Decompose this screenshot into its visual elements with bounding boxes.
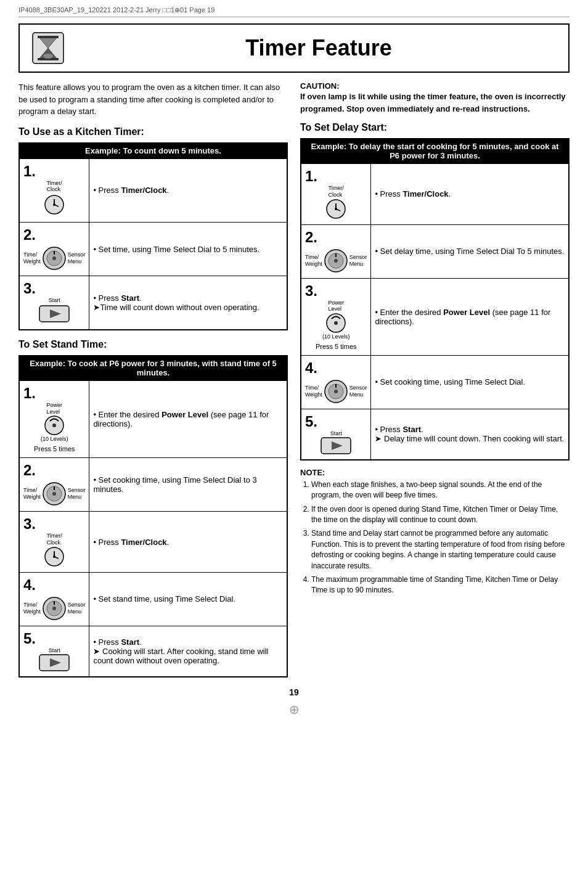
list-item: If the oven door is opened during Stand …: [311, 504, 570, 526]
step-1-icon-cell: 1. Timer/Clock: [20, 158, 89, 223]
start-button-icon: [39, 305, 70, 322]
step-2-icon-cell: 2. Time/Weight: [20, 223, 89, 276]
svg-point-44: [334, 390, 338, 393]
timer-clock-icon: [325, 199, 346, 219]
page-number: 19: [18, 687, 570, 697]
notes-list: When each stage finishes, a two-beep sig…: [300, 480, 570, 596]
svg-point-28: [52, 607, 56, 610]
svg-point-38: [334, 259, 338, 263]
kitchen-timer-section-title: To Use as a Kitchen Timer:: [18, 126, 288, 137]
stand-time-example-box: Example: To cook at P6 power for 3 minut…: [18, 355, 288, 677]
top-bar: IP4088_3BE30AP_19_120221 2012-2-21 Jerry…: [18, 6, 570, 17]
kitchen-timer-steps-table: 1. Timer/Clock: [19, 158, 287, 330]
svg-rect-3: [38, 36, 59, 38]
st-step-2-desc-cell: • Set cooking time, using Time Select Di…: [89, 458, 287, 512]
page: IP4088_3BE30AP_19_120221 2012-2-21 Jerry…: [0, 0, 588, 876]
caution-text: If oven lamp is lit while using the time…: [300, 91, 570, 115]
kitchen-timer-example-header: Example: To count down 5 minutes.: [19, 143, 287, 158]
dial-icon: [42, 596, 67, 621]
svg-point-5: [43, 54, 53, 59]
st-step-4-desc-cell: • Set stand time, using Time Select Dial…: [89, 572, 287, 626]
st-step-3-desc-cell: • Press Timer/Clock.: [89, 512, 287, 573]
dial-icon: [324, 248, 348, 273]
table-row: 1. Timer/Clock: [301, 164, 569, 225]
st-step-1-icon-cell: 1. PowerLevel (10 Levels) Press 5 times: [20, 380, 89, 457]
dial-icon: [42, 246, 67, 271]
delay-start-steps-table: 1. Timer/Clock: [301, 163, 569, 460]
power-level-icon: [325, 313, 346, 334]
table-row: 3. Timer/Clock: [20, 512, 287, 573]
page-header: Timer Feature: [18, 23, 570, 73]
dial-icon: [42, 481, 67, 506]
ds-step-5-icon-cell: 5. Start: [301, 409, 371, 459]
right-column: CAUTION: If oven lamp is lit while using…: [300, 81, 570, 677]
list-item: When each stage finishes, a two-beep sig…: [311, 480, 570, 501]
table-row: 1. Timer/Clock: [20, 158, 287, 223]
table-row: 2. Time/Weight: [20, 223, 287, 276]
svg-point-35: [335, 208, 337, 210]
ds-step-2-desc-cell: • Set delay time, using Time Select Dial…: [371, 224, 569, 278]
st-step-5-desc-cell: • Press Start. ➤ Cooking will start. Aft…: [89, 626, 287, 676]
hourglass-icon: [30, 30, 67, 67]
left-column: This feature allows you to program the o…: [18, 81, 288, 677]
timer-clock-icon: [44, 194, 65, 215]
table-row: 2. Time/Weight: [20, 458, 287, 512]
svg-point-12: [52, 256, 56, 260]
st-step-2-icon-cell: 2. Time/Weight: [20, 458, 89, 512]
ds-step-1-icon-cell: 1. Timer/Clock: [301, 164, 371, 225]
svg-point-41: [334, 321, 338, 325]
step-1-desc-cell: • Press Timer/Clock.: [89, 158, 287, 223]
svg-point-9: [53, 203, 55, 206]
table-row: 1. PowerLevel (10 Levels) Press 5 times: [20, 380, 287, 457]
svg-point-17: [52, 424, 56, 427]
ds-step-4-desc-cell: • Set cooking time, using Time Select Di…: [371, 355, 569, 409]
ds-step-2-icon-cell: 2. Time/Weight: [301, 224, 371, 278]
stand-time-steps-table: 1. PowerLevel (10 Levels) Press 5 times: [19, 380, 287, 677]
st-step-5-icon-cell: 5. Start: [20, 626, 89, 676]
table-row: 3. Start: [20, 276, 287, 330]
start-button-icon: [321, 437, 351, 454]
delay-start-section-title: To Set Delay Start:: [300, 122, 570, 133]
svg-point-20: [52, 492, 56, 496]
intro-text: This feature allows you to program the o…: [18, 81, 288, 118]
step-2-desc-cell: • Set time, using Time Select Dial to 5 …: [89, 223, 287, 276]
table-row: 5. Start • Press Start. ➤ De: [301, 409, 569, 459]
step-3-icon-cell: 3. Start: [20, 276, 89, 330]
kitchen-timer-example-box: Example: To count down 5 minutes. 1. Tim…: [18, 142, 288, 330]
main-content: This feature allows you to program the o…: [18, 81, 570, 677]
table-row: 4. Time/Weight: [301, 355, 569, 409]
top-bar-text: IP4088_3BE30AP_19_120221 2012-2-21 Jerry…: [18, 6, 214, 14]
delay-start-example-box: Example: To delay the start of cooking f…: [300, 138, 570, 461]
caution-box: CAUTION: If oven lamp is lit while using…: [300, 81, 570, 115]
ds-step-1-desc-cell: • Press Timer/Clock.: [371, 164, 569, 225]
ds-step-4-icon-cell: 4. Time/Weight: [301, 355, 371, 409]
st-step-1-desc-cell: • Enter the desired Power Level (see pag…: [89, 380, 287, 457]
stand-time-section-title: To Set Stand Time:: [18, 339, 288, 350]
power-level-icon: [44, 415, 65, 436]
st-step-4-icon-cell: 4. Time/Weight: [20, 572, 89, 626]
list-item: Stand time and Delay start cannot be pro…: [311, 528, 570, 571]
svg-point-25: [53, 555, 55, 558]
table-row: 2. Time/Weight: [301, 224, 569, 278]
page-title: Timer Feature: [79, 35, 558, 61]
table-row: 4. Time/Weight: [20, 572, 287, 626]
stand-time-example-header: Example: To cook at P6 power for 3 minut…: [19, 356, 287, 380]
header-icon: [30, 30, 67, 67]
ds-step-3-desc-cell: • Enter the desired Power Level (see pag…: [371, 278, 569, 355]
st-step-3-icon-cell: 3. Timer/Clock: [20, 512, 89, 573]
list-item: The maximum programmable time of Standin…: [311, 575, 570, 596]
start-button-icon: [39, 654, 70, 671]
dial-icon: [324, 379, 348, 404]
ds-step-3-icon-cell: 3. PowerLevel (10 Levels) Press 5 times: [301, 278, 371, 355]
notes-section: NOTE: When each stage finishes, a two-be…: [300, 468, 570, 596]
delay-start-example-header: Example: To delay the start of cooking f…: [301, 139, 569, 163]
timer-clock-icon: [44, 546, 65, 567]
step-3-desc-cell: • Press Start. ➤Time will count down wit…: [89, 276, 287, 330]
notes-title: NOTE:: [300, 468, 570, 477]
compass-decoration: ⊕: [18, 702, 570, 717]
caution-title: CAUTION:: [300, 81, 570, 91]
ds-step-5-desc-cell: • Press Start. ➤ Delay time will count d…: [371, 409, 569, 459]
table-row: 3. PowerLevel (10 Levels) Press 5 times: [301, 278, 569, 355]
table-row: 5. Start • Press Start. ➤ Co: [20, 626, 287, 676]
